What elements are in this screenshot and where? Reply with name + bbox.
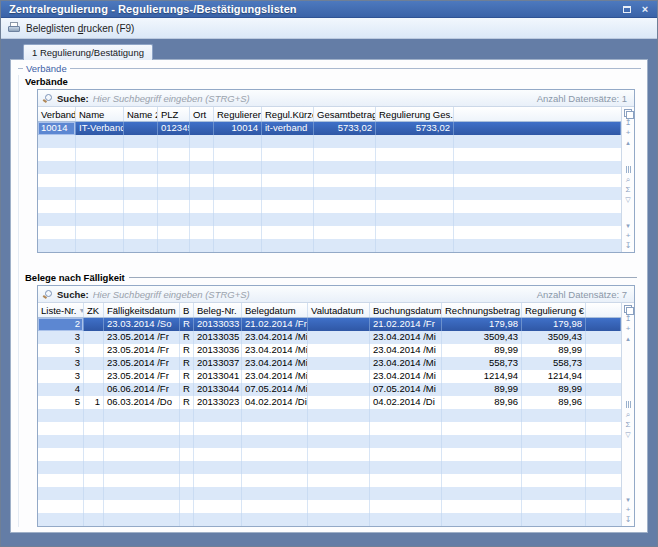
grid-cell[interactable] xyxy=(190,200,214,213)
grid-cell[interactable] xyxy=(442,500,522,513)
grid-cell[interactable] xyxy=(242,422,308,435)
grid-cell[interactable] xyxy=(194,448,242,461)
grid-cell[interactable] xyxy=(84,513,104,526)
grid-cell[interactable] xyxy=(76,174,124,187)
grid-cell[interactable] xyxy=(190,122,214,135)
grid-cell[interactable] xyxy=(370,435,442,448)
column-header[interactable]: Regulierung € xyxy=(522,303,586,317)
grid-cell[interactable]: 012345 xyxy=(158,122,190,135)
grid-cell[interactable]: 89,99 xyxy=(442,383,522,396)
grid-cell[interactable]: 23.04.2014 /Mi xyxy=(242,370,308,383)
add-row-icon[interactable]: + xyxy=(623,128,634,138)
grid-cell[interactable] xyxy=(84,448,104,461)
grid-cell[interactable] xyxy=(442,513,522,526)
grid-cell[interactable] xyxy=(376,226,454,239)
grid-cell[interactable]: 5 xyxy=(38,396,84,409)
filter-icon[interactable]: ▽ xyxy=(623,430,634,440)
grid-cell[interactable] xyxy=(376,135,454,148)
grid-cell[interactable]: 179,98 xyxy=(522,318,586,331)
grid-cell[interactable] xyxy=(104,513,180,526)
search-input[interactable]: Hier Suchbegriff eingeben (STRG+S) xyxy=(93,93,533,104)
grid-cell[interactable] xyxy=(84,500,104,513)
grid-cell[interactable] xyxy=(370,422,442,435)
grid-cell[interactable] xyxy=(38,422,84,435)
grid-cell[interactable]: 1214,94 xyxy=(522,370,586,383)
grid-cell[interactable] xyxy=(308,513,370,526)
grid-cell[interactable]: R xyxy=(180,396,194,409)
grid-cell[interactable] xyxy=(84,487,104,500)
grid-cell[interactable]: 07.05.2014 /Mi xyxy=(242,383,308,396)
grid-cell[interactable] xyxy=(314,174,376,187)
table-row[interactable] xyxy=(38,435,621,448)
column-header[interactable]: Buchungsdatum xyxy=(370,303,442,317)
grid-cell[interactable] xyxy=(442,474,522,487)
grid-cell[interactable] xyxy=(376,174,454,187)
grid-cell[interactable]: 07.05.2014 /Mi xyxy=(370,383,442,396)
grid-cell[interactable] xyxy=(314,187,376,200)
grid-cell[interactable] xyxy=(194,461,242,474)
grid-cell[interactable] xyxy=(262,148,314,161)
grid-cell[interactable] xyxy=(308,422,370,435)
grid-cell[interactable] xyxy=(308,474,370,487)
grid-cell[interactable] xyxy=(104,448,180,461)
grid-cell[interactable] xyxy=(104,409,180,422)
grid-cell[interactable] xyxy=(442,461,522,474)
table-row[interactable] xyxy=(38,174,621,187)
table-row[interactable]: 5106.03.2014 /DoR2013302304.02.2014 /Di0… xyxy=(38,396,621,409)
grid-cell[interactable] xyxy=(38,513,84,526)
column-header[interactable]: Name xyxy=(76,107,124,121)
grid-cell[interactable] xyxy=(84,474,104,487)
grid-cell[interactable] xyxy=(190,161,214,174)
column-header[interactable]: Belegdatum xyxy=(242,303,308,317)
grid-cell[interactable]: IT-Verband xyxy=(76,122,124,135)
grid-cell[interactable] xyxy=(84,370,104,383)
column-header[interactable]: Regul.Kürzel xyxy=(262,107,314,121)
grid-cell[interactable]: 20133035 xyxy=(194,331,242,344)
table-row[interactable] xyxy=(38,135,621,148)
grid-cell[interactable] xyxy=(308,331,370,344)
grid-cell[interactable] xyxy=(376,239,454,252)
column-header[interactable]: Beleg-Nr. xyxy=(194,303,242,317)
grid-cell[interactable] xyxy=(308,409,370,422)
grid-cell[interactable] xyxy=(190,213,214,226)
grid-cell[interactable] xyxy=(124,200,158,213)
columns-icon[interactable] xyxy=(623,165,634,175)
close-button[interactable]: × xyxy=(638,3,652,15)
column-header[interactable]: B xyxy=(180,303,194,317)
grid-cell[interactable] xyxy=(194,513,242,526)
grid-cell[interactable]: 20133036 xyxy=(194,344,242,357)
grid-cell[interactable] xyxy=(214,200,262,213)
table-row[interactable] xyxy=(38,461,621,474)
title-bar[interactable]: Zentralregulierung - Regulierungs-/Bestä… xyxy=(1,1,657,18)
grid-cell[interactable] xyxy=(180,461,194,474)
grid-cell[interactable] xyxy=(158,239,190,252)
remove-row-icon[interactable]: + xyxy=(623,505,634,515)
grid-cell[interactable]: 3 xyxy=(38,370,84,383)
grid-cell[interactable] xyxy=(242,448,308,461)
grid-cell[interactable] xyxy=(214,148,262,161)
grid-cell[interactable]: 23.05.2014 /Fr xyxy=(104,344,180,357)
grid-cell[interactable] xyxy=(38,409,84,422)
grid-cell[interactable] xyxy=(314,161,376,174)
table-row[interactable] xyxy=(38,422,621,435)
grid-cell[interactable]: 04.02.2014 /Di xyxy=(370,396,442,409)
grid-cell[interactable] xyxy=(84,344,104,357)
grid-cell[interactable] xyxy=(84,461,104,474)
grid-cell[interactable] xyxy=(76,200,124,213)
grid-cell[interactable] xyxy=(308,435,370,448)
column-header[interactable]: Regulierer xyxy=(214,107,262,121)
remove-row-icon[interactable]: + xyxy=(623,231,634,241)
scroll-top-icon[interactable]: ↥ xyxy=(623,314,634,324)
grid-cell[interactable] xyxy=(190,148,214,161)
search-input[interactable]: Hier Suchbegriff eingeben (STRG+S) xyxy=(93,289,533,300)
grid-cell[interactable] xyxy=(262,161,314,174)
grid-cell[interactable] xyxy=(262,239,314,252)
tab-regulierung-bestaetigung[interactable]: 1 Regulierung/Bestätigung xyxy=(23,44,153,60)
grid-cell[interactable] xyxy=(242,487,308,500)
grid-cell[interactable] xyxy=(242,474,308,487)
grid-cell[interactable]: 3 xyxy=(38,357,84,370)
grid-cell[interactable] xyxy=(370,487,442,500)
grid-cell[interactable] xyxy=(180,409,194,422)
row-down-icon[interactable]: ▾ xyxy=(623,495,634,505)
column-header[interactable]: Gesamtbetrag € xyxy=(314,107,376,121)
